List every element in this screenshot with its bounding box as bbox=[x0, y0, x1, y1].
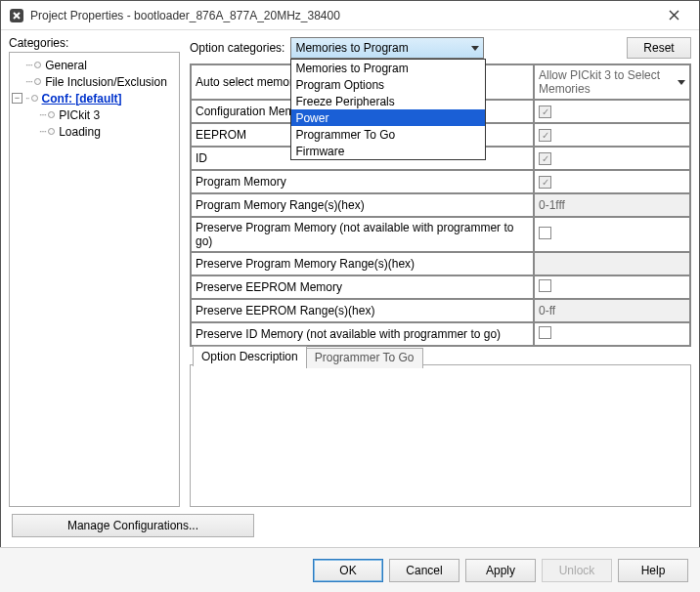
tree-item-pickit3[interactable]: ···· PICkit 3 bbox=[12, 106, 177, 123]
chevron-down-icon bbox=[678, 80, 685, 85]
option-value: ✓ bbox=[534, 100, 690, 123]
option-categories-dropdown[interactable]: Memories to ProgramProgram OptionsFreeze… bbox=[290, 59, 486, 160]
option-label: Program Memory bbox=[191, 170, 534, 193]
description-panel: Option Description Programmer To Go bbox=[190, 364, 691, 507]
tab-programmer-to-go[interactable]: Programmer To Go bbox=[306, 348, 423, 368]
table-row: Preserve EEPROM Memory bbox=[191, 275, 690, 299]
help-button[interactable]: Help bbox=[618, 559, 688, 582]
option-label: Preserve EEPROM Range(s)(hex) bbox=[191, 299, 534, 322]
checkbox: ✓ bbox=[539, 176, 551, 189]
tree-item-general[interactable]: ···· General bbox=[12, 57, 177, 73]
option-value: 0-1fff bbox=[534, 193, 690, 217]
close-button[interactable] bbox=[654, 2, 693, 29]
chevron-down-icon bbox=[471, 46, 479, 51]
app-icon bbox=[9, 8, 24, 23]
manage-configurations-button[interactable]: Manage Configurations... bbox=[12, 514, 254, 537]
table-row: Preserve ID Memory (not available with p… bbox=[191, 322, 690, 346]
table-row: Program Memory✓ bbox=[191, 170, 690, 193]
dropdown-item[interactable]: Power bbox=[291, 109, 485, 126]
tree-item-loading[interactable]: ···· Loading bbox=[12, 123, 177, 140]
table-row: Preserve EEPROM Range(s)(hex)0-ff bbox=[191, 299, 690, 322]
tree-item-file-inclusion[interactable]: ···· File Inclusion/Exclusion bbox=[12, 73, 177, 90]
dropdown-item[interactable]: Firmware bbox=[291, 143, 485, 159]
apply-button[interactable]: Apply bbox=[465, 559, 536, 582]
option-value[interactable] bbox=[534, 275, 690, 299]
table-row: Preserve Program Memory Range(s)(hex) bbox=[191, 252, 690, 275]
categories-tree: ···· General ···· File Inclusion/Exclusi… bbox=[9, 52, 180, 507]
option-value bbox=[534, 252, 690, 275]
option-label: Preserve Program Memory (not available w… bbox=[191, 217, 534, 252]
option-label: Preserve EEPROM Memory bbox=[191, 275, 534, 299]
unlock-button: Unlock bbox=[542, 559, 612, 582]
checkbox: ✓ bbox=[539, 129, 551, 142]
option-value: 0-ff bbox=[534, 299, 690, 322]
options-panel: Option categories: Memories to Program M… bbox=[180, 36, 691, 507]
option-value: ✓ bbox=[534, 147, 690, 170]
option-value: ✓ bbox=[534, 123, 690, 147]
option-label: Program Memory Range(s)(hex) bbox=[191, 193, 534, 217]
option-value[interactable]: Allow PICkit 3 to Select Memories bbox=[534, 64, 690, 100]
dropdown-item[interactable]: Freeze Peripherals bbox=[291, 93, 485, 109]
ok-button[interactable]: OK bbox=[313, 559, 383, 582]
option-categories-combo[interactable]: Memories to Program Memories to ProgramP… bbox=[290, 37, 484, 59]
categories-label: Categories: bbox=[9, 36, 180, 50]
reset-button[interactable]: Reset bbox=[627, 37, 691, 59]
checkbox: ✓ bbox=[539, 152, 551, 165]
dropdown-item[interactable]: Memories to Program bbox=[291, 60, 485, 76]
checkbox[interactable] bbox=[539, 326, 551, 339]
cancel-button[interactable]: Cancel bbox=[389, 559, 459, 582]
checkbox: ✓ bbox=[539, 106, 551, 118]
window-title: Project Properties - bootloader_876A_877… bbox=[30, 9, 654, 22]
option-categories-label: Option categories: bbox=[190, 41, 284, 55]
checkbox[interactable] bbox=[539, 227, 551, 239]
option-label: Preserve ID Memory (not available with p… bbox=[191, 322, 534, 346]
table-row: Preserve Program Memory (not available w… bbox=[191, 217, 690, 252]
option-label: Preserve Program Memory Range(s)(hex) bbox=[191, 252, 534, 275]
option-value[interactable] bbox=[534, 322, 690, 346]
option-value[interactable] bbox=[534, 217, 690, 252]
checkbox[interactable] bbox=[539, 279, 551, 292]
dialog-button-bar: OK Cancel Apply Unlock Help bbox=[0, 547, 700, 592]
dropdown-item[interactable]: Program Options bbox=[291, 76, 485, 93]
tab-option-description[interactable]: Option Description bbox=[193, 346, 307, 366]
tree-collapse-icon[interactable]: − bbox=[12, 93, 22, 104]
table-row: Program Memory Range(s)(hex)0-1fff bbox=[191, 193, 690, 217]
tree-item-conf-default[interactable]: − ·· Conf: [default] bbox=[12, 90, 177, 106]
dropdown-item[interactable]: Programmer To Go bbox=[291, 126, 485, 143]
titlebar: Project Properties - bootloader_876A_877… bbox=[1, 1, 699, 30]
option-value: ✓ bbox=[534, 170, 690, 193]
